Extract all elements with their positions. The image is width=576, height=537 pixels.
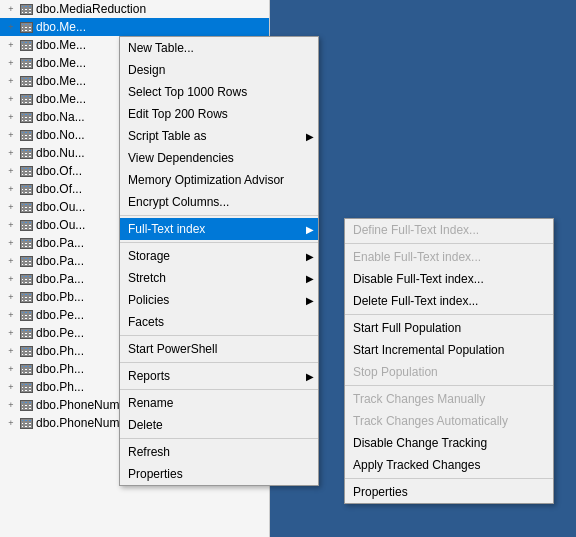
expand-icon[interactable]: +: [4, 20, 18, 34]
tree-item-label: dbo.Ou...: [36, 218, 85, 232]
expand-icon[interactable]: +: [4, 38, 18, 52]
menu-item-design[interactable]: Design: [120, 59, 318, 81]
expand-icon[interactable]: +: [4, 236, 18, 250]
expand-icon[interactable]: +: [4, 92, 18, 106]
menu-item-label: Design: [128, 63, 165, 77]
tree-item[interactable]: +dbo.MediaReduction: [0, 0, 269, 18]
submenu-item-label: Disable Change Tracking: [353, 436, 487, 450]
menu-item-rename[interactable]: Rename: [120, 392, 318, 414]
expand-icon[interactable]: +: [4, 218, 18, 232]
submenu-item-apply-tracked-changes[interactable]: Apply Tracked Changes: [345, 454, 553, 476]
tree-item-label: dbo.Pa...: [36, 236, 84, 250]
submenu-item-start-incremental-population[interactable]: Start Incremental Population: [345, 339, 553, 361]
table-icon: [18, 74, 34, 88]
menu-item-policies[interactable]: Policies▶: [120, 289, 318, 311]
menu-item-full-text-index[interactable]: Full-Text index▶: [120, 218, 318, 240]
expand-icon[interactable]: +: [4, 74, 18, 88]
main-context-menu[interactable]: New Table...DesignSelect Top 1000 RowsEd…: [119, 36, 319, 486]
submenu-arrow-icon: ▶: [306, 295, 314, 306]
menu-item-memory-optimization-advisor[interactable]: Memory Optimization Advisor: [120, 169, 318, 191]
expand-icon[interactable]: +: [4, 164, 18, 178]
expand-icon[interactable]: +: [4, 110, 18, 124]
tree-item-label: dbo.Pe...: [36, 326, 84, 340]
menu-item-encrypt-columns---[interactable]: Encrypt Columns...: [120, 191, 318, 213]
menu-item-start-powershell[interactable]: Start PowerShell: [120, 338, 318, 360]
tree-item-label: dbo.Me...: [36, 38, 86, 52]
submenu-item-disable-full-text-index---[interactable]: Disable Full-Text index...: [345, 268, 553, 290]
submenu-item-label: Track Changes Manually: [353, 392, 485, 406]
menu-item-script-table-as[interactable]: Script Table as▶: [120, 125, 318, 147]
tree-item[interactable]: +dbo.Me...: [0, 18, 269, 36]
expand-icon[interactable]: +: [4, 182, 18, 196]
table-icon: [18, 326, 34, 340]
expand-icon[interactable]: +: [4, 344, 18, 358]
submenu-item-label: Disable Full-Text index...: [353, 272, 484, 286]
expand-icon[interactable]: +: [4, 326, 18, 340]
expand-icon[interactable]: +: [4, 380, 18, 394]
submenu-item-label: Delete Full-Text index...: [353, 294, 478, 308]
submenu-item-enable-full-text-index---: Enable Full-Text index...: [345, 246, 553, 268]
table-icon: [18, 200, 34, 214]
menu-separator: [345, 385, 553, 386]
menu-item-refresh[interactable]: Refresh: [120, 441, 318, 463]
expand-icon[interactable]: +: [4, 308, 18, 322]
tree-item-label: dbo.Ph...: [36, 344, 84, 358]
submenu-item-label: Define Full-Text Index...: [353, 223, 479, 237]
submenu-item-define-full-text-index---: Define Full-Text Index...: [345, 219, 553, 241]
tree-item-label: dbo.Na...: [36, 110, 85, 124]
menu-item-stretch[interactable]: Stretch▶: [120, 267, 318, 289]
menu-item-label: Memory Optimization Advisor: [128, 173, 284, 187]
menu-separator: [120, 242, 318, 243]
tree-item-label: dbo.Pb...: [36, 290, 84, 304]
menu-item-facets[interactable]: Facets: [120, 311, 318, 333]
expand-icon[interactable]: +: [4, 128, 18, 142]
submenu-arrow-icon: ▶: [306, 131, 314, 142]
expand-icon[interactable]: +: [4, 398, 18, 412]
menu-item-label: Encrypt Columns...: [128, 195, 229, 209]
menu-separator: [345, 314, 553, 315]
expand-icon[interactable]: +: [4, 200, 18, 214]
menu-item-select-top-1000-rows[interactable]: Select Top 1000 Rows: [120, 81, 318, 103]
tree-item-label: dbo.Nu...: [36, 146, 85, 160]
submenu-item-disable-change-tracking[interactable]: Disable Change Tracking: [345, 432, 553, 454]
submenu-arrow-icon: ▶: [306, 371, 314, 382]
menu-item-new-table---[interactable]: New Table...: [120, 37, 318, 59]
menu-item-reports[interactable]: Reports▶: [120, 365, 318, 387]
menu-item-view-dependencies[interactable]: View Dependencies: [120, 147, 318, 169]
tree-item-label: dbo.Of...: [36, 164, 82, 178]
submenu-item-label: Enable Full-Text index...: [353, 250, 481, 264]
table-icon: [18, 164, 34, 178]
tree-item-label: dbo.Ph...: [36, 380, 84, 394]
menu-item-label: New Table...: [128, 41, 194, 55]
menu-item-edit-top-200-rows[interactable]: Edit Top 200 Rows: [120, 103, 318, 125]
expand-icon[interactable]: +: [4, 290, 18, 304]
menu-item-delete[interactable]: Delete: [120, 414, 318, 436]
table-icon: [18, 362, 34, 376]
tree-item-label: dbo.MediaReduction: [36, 2, 146, 16]
submenu-item-start-full-population[interactable]: Start Full Population: [345, 317, 553, 339]
expand-icon[interactable]: +: [4, 362, 18, 376]
table-icon: [18, 236, 34, 250]
table-icon: [18, 92, 34, 106]
menu-item-label: Script Table as: [128, 129, 207, 143]
expand-icon[interactable]: +: [4, 56, 18, 70]
expand-icon[interactable]: +: [4, 272, 18, 286]
menu-item-properties[interactable]: Properties: [120, 463, 318, 485]
expand-icon[interactable]: +: [4, 416, 18, 430]
submenu-item-properties[interactable]: Properties: [345, 481, 553, 503]
tree-item-label: dbo.Pe...: [36, 308, 84, 322]
expand-icon[interactable]: +: [4, 2, 18, 16]
menu-item-label: Edit Top 200 Rows: [128, 107, 228, 121]
expand-icon[interactable]: +: [4, 146, 18, 160]
tree-item-label: dbo.Me...: [36, 92, 86, 106]
submenu-item-delete-full-text-index---[interactable]: Delete Full-Text index...: [345, 290, 553, 312]
menu-separator: [120, 215, 318, 216]
submenu-item-label: Properties: [353, 485, 408, 499]
tree-item-label: dbo.No...: [36, 128, 85, 142]
menu-item-label: Stretch: [128, 271, 166, 285]
fulltext-submenu[interactable]: Define Full-Text Index...Enable Full-Tex…: [344, 218, 554, 504]
menu-item-storage[interactable]: Storage▶: [120, 245, 318, 267]
expand-icon[interactable]: +: [4, 254, 18, 268]
menu-item-label: Full-Text index: [128, 222, 205, 236]
menu-item-label: Storage: [128, 249, 170, 263]
